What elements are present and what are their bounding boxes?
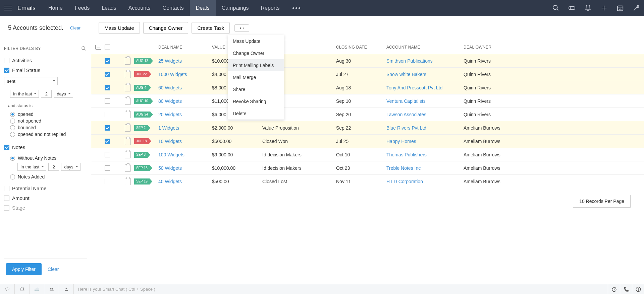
select-all-checkbox[interactable] bbox=[105, 45, 110, 50]
bell-icon[interactable] bbox=[584, 4, 592, 12]
deal-link[interactable]: 10 Widgets bbox=[158, 139, 182, 144]
account-link[interactable]: Treble Notes Inc bbox=[386, 165, 421, 171]
deal-link[interactable]: 80 Widgets bbox=[158, 98, 182, 104]
table-row[interactable]: AUG 4 60 Widgets $8,000 on Aug 18 Tony A… bbox=[91, 81, 644, 94]
nav-feeds[interactable]: Feeds bbox=[69, 0, 96, 16]
row-checkbox[interactable] bbox=[105, 85, 110, 90]
filter-notes-checkbox[interactable] bbox=[4, 145, 9, 150]
nav-accounts[interactable]: Accounts bbox=[122, 0, 157, 16]
th-dealname[interactable]: DEAL NAME bbox=[158, 45, 212, 50]
radio-Without-Any-Notes[interactable] bbox=[10, 156, 15, 161]
timerange-unit-select[interactable]: days bbox=[54, 90, 73, 98]
th-closing[interactable]: CLOSING DATE bbox=[336, 45, 386, 50]
menu-share[interactable]: Share bbox=[228, 83, 284, 95]
clear-selection-link[interactable]: Clear bbox=[70, 25, 80, 30]
row-checkbox[interactable] bbox=[105, 165, 110, 171]
nav-leads[interactable]: Leads bbox=[96, 0, 122, 16]
menu-mail-merge[interactable]: Mail Merge bbox=[228, 71, 284, 83]
table-row[interactable]: JUL 18 10 Widgets $5000.00 Closed Won Ju… bbox=[91, 135, 644, 148]
account-link[interactable]: Snow white Bakers bbox=[386, 72, 426, 77]
calendar-icon[interactable]: 31 bbox=[616, 4, 624, 12]
radio-bounced[interactable] bbox=[10, 125, 15, 130]
nav-campaings[interactable]: Campaings bbox=[216, 0, 255, 16]
deal-link[interactable]: 60 Widgets bbox=[158, 85, 182, 90]
search-icon[interactable] bbox=[552, 4, 559, 12]
pager-select[interactable]: 10 Records Per Page bbox=[573, 195, 631, 208]
apply-filter-button[interactable]: Apply Filter bbox=[6, 263, 42, 275]
more-actions-button[interactable] bbox=[234, 24, 249, 32]
table-row[interactable]: AUG 12 25 Widgets $10,000 n Makers Aug 3… bbox=[91, 54, 644, 68]
row-checkbox[interactable] bbox=[105, 125, 110, 131]
filter-stage-checkbox[interactable] bbox=[4, 205, 9, 211]
deal-link[interactable]: 1000 Widgets bbox=[158, 72, 187, 77]
nav-deals[interactable]: Deals bbox=[190, 0, 216, 16]
table-row[interactable]: SEP 8 100 Widgets $9,000.00 Id.decision … bbox=[91, 148, 644, 161]
notes-unit-select[interactable]: days bbox=[61, 163, 80, 171]
mass-update-button[interactable]: Mass Update bbox=[99, 22, 140, 34]
table-row[interactable]: AUG 10 80 Widgets $11,000 on Sep 10 Vent… bbox=[91, 94, 644, 108]
menu-delete[interactable]: Delete bbox=[228, 107, 284, 120]
clear-filter-link[interactable]: Clear bbox=[48, 267, 59, 272]
account-link[interactable]: Smithson Publications bbox=[386, 58, 433, 64]
th-account[interactable]: ACCOUNT NAME bbox=[386, 45, 464, 50]
table-row[interactable]: AUG 24 20 Widgets $6,000 alysis Sep 20 L… bbox=[91, 108, 644, 121]
nav-reports[interactable]: Reports bbox=[255, 0, 286, 16]
filter-emailstatus-checkbox[interactable] bbox=[4, 68, 9, 73]
filter-amount-checkbox[interactable] bbox=[4, 196, 9, 201]
row-checkbox[interactable] bbox=[105, 98, 110, 104]
menu-revoke-sharing[interactable]: Revoke Sharing bbox=[228, 95, 284, 107]
account-link[interactable]: Tony And Presscott Pvt Ltd bbox=[386, 85, 442, 90]
tools-icon[interactable] bbox=[633, 4, 640, 12]
cell-owner: Quinn Rivers bbox=[464, 85, 644, 90]
menu-change-owner[interactable]: Change Owner bbox=[228, 47, 284, 59]
radio-not-opened[interactable] bbox=[10, 119, 15, 124]
nav-contacts[interactable]: Contacts bbox=[157, 0, 190, 16]
row-checkbox[interactable] bbox=[105, 179, 110, 184]
create-task-button[interactable]: Create Task bbox=[192, 22, 230, 34]
row-checkbox[interactable] bbox=[105, 112, 110, 117]
timerange-value-input[interactable]: 2 bbox=[41, 90, 52, 98]
account-link[interactable]: Thomas Publishers bbox=[386, 152, 427, 157]
table-row[interactable]: SEP 19 40 Widgets $500.00 Closed Lost No… bbox=[91, 175, 644, 188]
account-link[interactable]: H I D Corporation bbox=[386, 179, 423, 184]
row-checkbox[interactable] bbox=[105, 139, 110, 144]
row-checkbox[interactable] bbox=[105, 58, 110, 64]
account-link[interactable]: Ventura Capitalists bbox=[386, 98, 426, 104]
column-config-icon[interactable] bbox=[95, 45, 101, 50]
status-select[interactable]: sent bbox=[4, 77, 58, 85]
plus-icon[interactable] bbox=[600, 4, 608, 12]
hamburger-icon[interactable] bbox=[4, 4, 12, 12]
timerange-select[interactable]: In the last bbox=[10, 90, 39, 98]
account-link[interactable]: Blue Rivers Pvt Ltd bbox=[386, 125, 426, 131]
gamepad-icon[interactable] bbox=[568, 4, 576, 12]
deal-link[interactable]: 25 Widgets bbox=[158, 58, 182, 64]
filter-search-icon[interactable] bbox=[81, 46, 87, 52]
notes-value-input[interactable]: 2 bbox=[48, 163, 59, 171]
nav-home[interactable]: Home bbox=[42, 0, 69, 16]
deal-link[interactable]: 50 Widgets bbox=[158, 165, 182, 171]
radio-Notes-Added[interactable] bbox=[10, 174, 15, 179]
deal-link[interactable]: 1 Widgets bbox=[158, 125, 179, 131]
menu-print-mailing-labels[interactable]: Print Mailing Labels bbox=[228, 59, 284, 71]
menu-mass-update[interactable]: Mass Update bbox=[228, 35, 284, 47]
table-row[interactable]: SEP 15 50 Widgets $10,000.00 Id.decision… bbox=[91, 161, 644, 175]
nav-more-icon[interactable] bbox=[286, 7, 307, 9]
deal-link[interactable]: 100 Widgets bbox=[158, 152, 184, 157]
row-checkbox[interactable] bbox=[105, 72, 110, 77]
table-row[interactable]: JUL 22 1000 Widgets $4,000 n Makers Jul … bbox=[91, 68, 644, 81]
deal-link[interactable]: 40 Widgets bbox=[158, 179, 182, 184]
notes-range-select[interactable]: In the last bbox=[17, 163, 46, 171]
account-link[interactable]: Happy Homes bbox=[386, 139, 416, 144]
radio-opened[interactable] bbox=[10, 112, 15, 117]
account-link[interactable]: Lawson Associates bbox=[386, 112, 426, 117]
table-row[interactable]: SEP 2 1 Widgets $2,000.00 Value Proposit… bbox=[91, 121, 644, 135]
deal-link[interactable]: 20 Widgets bbox=[158, 112, 182, 117]
cell-closing: Nov 11 bbox=[336, 179, 386, 184]
cell-owner: Ameliam Burrows bbox=[464, 139, 644, 144]
radio-opened-and-not-replied[interactable] bbox=[10, 132, 15, 137]
th-owner[interactable]: DEAL OWNER bbox=[464, 45, 644, 50]
filter-activities-checkbox[interactable] bbox=[4, 58, 9, 63]
row-checkbox[interactable] bbox=[105, 152, 110, 157]
change-owner-button[interactable]: Change Owner bbox=[143, 22, 189, 34]
filter-potential-checkbox[interactable] bbox=[4, 186, 9, 191]
